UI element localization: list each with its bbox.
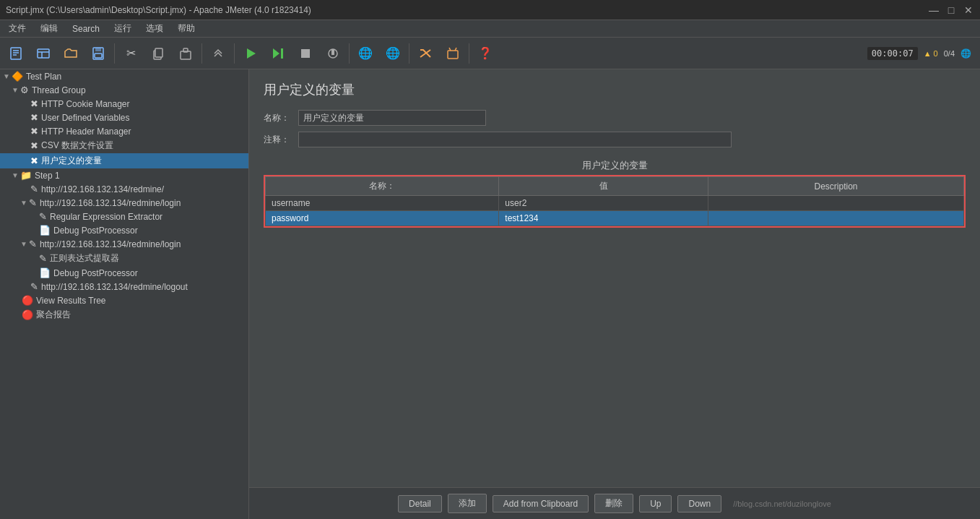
run-nopause-button[interactable]: [265, 40, 291, 67]
comment-input[interactable]: [298, 132, 732, 147]
separator5: [409, 43, 409, 64]
separator2: [201, 43, 202, 64]
tree-item-label: http://192.168.132.134/redmine/login: [40, 198, 181, 208]
menu-item-编辑[interactable]: 编辑: [35, 21, 64, 36]
sidebar-item-test-plan[interactable]: ▼ 🔶 Test Plan: [0, 69, 248, 83]
sidebar-item-step1[interactable]: ▼ 📁 Step 1: [0, 168, 248, 182]
tree-item-icon: ✖: [30, 155, 38, 166]
count-badge: 0/4: [944, 49, 955, 58]
tree-item-label: HTTP Header Manager: [41, 126, 131, 137]
table-row[interactable]: usernameuser2: [266, 196, 964, 211]
comment-row: 注释：: [264, 132, 966, 147]
detail-button[interactable]: Detail: [398, 495, 442, 512]
tree-item-label: 正则表达式提取器: [50, 252, 119, 265]
up-button[interactable]: Up: [639, 495, 672, 512]
cell-value: user2: [499, 196, 708, 211]
tree-toggle[interactable]: ▼: [3, 72, 10, 80]
tree-item-label: http://192.168.132.134/redmine/login: [40, 239, 181, 249]
remote-button[interactable]: 🌐: [352, 40, 378, 67]
sidebar-item-http1[interactable]: ✎ http://192.168.132.134/redmine/: [0, 182, 248, 196]
tree-item-label: http://192.168.132.134/redmine/logout: [41, 282, 188, 292]
copy-button[interactable]: [145, 40, 171, 67]
maximize-button[interactable]: □: [945, 4, 957, 16]
down-button[interactable]: Down: [677, 495, 721, 512]
sidebar-item-http-header-manager[interactable]: ✖ HTTP Header Manager: [0, 124, 248, 138]
sidebar-item-regex-extractor2[interactable]: ✎ 正则表达式提取器: [0, 251, 248, 266]
cell-value: test1234: [499, 211, 708, 226]
cut-button[interactable]: ✂: [118, 40, 144, 67]
warn-badge: ▲ 0: [924, 49, 938, 58]
separator4: [349, 43, 350, 64]
table-row[interactable]: passwordtest1234: [266, 211, 964, 226]
svg-rect-11: [155, 48, 162, 57]
tree-toggle[interactable]: ▼: [20, 199, 27, 207]
sidebar-item-http2[interactable]: ▼ ✎ http://192.168.132.134/redmine/login: [0, 196, 248, 210]
paste-button[interactable]: [173, 40, 199, 67]
cell-name: password: [266, 211, 499, 226]
comment-label: 注释：: [264, 134, 292, 146]
sidebar-item-http-cookie-manager[interactable]: ✖ HTTP Cookie Manager: [0, 97, 248, 111]
menu-item-search[interactable]: Search: [66, 22, 105, 35]
cell-name: username: [266, 196, 499, 211]
name-input[interactable]: [298, 110, 486, 126]
minimize-button[interactable]: —: [928, 4, 940, 16]
titlebar: Script.jmx (C:\Users\admin\Desktop\Scrip…: [0, 0, 980, 20]
name-row: 名称：: [264, 110, 966, 126]
tree-item-icon: ⚙: [20, 85, 29, 95]
separator6: [469, 43, 469, 64]
expand-button[interactable]: [205, 40, 231, 67]
svg-rect-13: [183, 48, 188, 52]
remote2-button[interactable]: 🌐: [380, 40, 406, 67]
new-button[interactable]: [3, 40, 29, 67]
svg-marker-15: [273, 48, 279, 59]
sidebar-item-debug-pp1[interactable]: 📄 Debug PostProcessor: [0, 223, 248, 237]
globe-icon: 🌐: [961, 48, 971, 59]
tree-item-icon: ✖: [30, 98, 38, 109]
menu-item-帮助[interactable]: 帮助: [172, 21, 201, 36]
resize-handle[interactable]: [246, 69, 248, 519]
tree-item-icon: ✎: [30, 184, 38, 194]
sidebar-item-http4[interactable]: ✎ http://192.168.132.134/redmine/logout: [0, 280, 248, 293]
sidebar-item-thread-group[interactable]: ▼ ⚙ Thread Group: [0, 83, 248, 97]
help-button[interactable]: ❓: [472, 40, 498, 67]
sidebar-item-view-results[interactable]: 🔴 View Results Tree: [0, 293, 248, 307]
menubar: 文件编辑Search运行选项帮助: [0, 20, 980, 38]
tree-toggle[interactable]: ▼: [12, 171, 19, 179]
open-button[interactable]: [58, 40, 84, 67]
add-button[interactable]: 添加: [448, 494, 487, 513]
menu-item-运行[interactable]: 运行: [108, 21, 137, 36]
menu-item-文件[interactable]: 文件: [3, 21, 32, 36]
menu-item-选项[interactable]: 选项: [140, 21, 169, 36]
sidebar-item-debug-pp2[interactable]: 📄 Debug PostProcessor: [0, 266, 248, 280]
sidebar-item-csv-data[interactable]: ✖ CSV 数据文件设置: [0, 138, 248, 153]
tree-item-icon: 📄: [39, 225, 51, 236]
svg-rect-19: [331, 49, 334, 55]
save-button[interactable]: [85, 40, 111, 67]
tree-toggle[interactable]: ▼: [12, 86, 19, 94]
clear-button[interactable]: [412, 40, 438, 67]
tree-item-icon: ✎: [29, 197, 37, 208]
sidebar-item-user-defined-variables[interactable]: ✖ User Defined Variables: [0, 111, 248, 124]
shutdown-button[interactable]: [320, 40, 346, 67]
sidebar-item-http3[interactable]: ▼ ✎ http://192.168.132.134/redmine/login: [0, 237, 248, 251]
close-button[interactable]: ✕: [963, 4, 974, 16]
tree-toggle[interactable]: ▼: [20, 240, 27, 248]
stop-button[interactable]: [292, 40, 318, 67]
variable-table-section: 用户定义的变量 名称： 值 Description usernameus: [264, 159, 966, 476]
svg-rect-17: [301, 49, 310, 58]
tree-item-label: Regular Expression Extractor: [50, 212, 162, 222]
svg-rect-4: [38, 49, 49, 58]
sidebar: ▼ 🔶 Test Plan▼ ⚙ Thread Group✖ HTTP Cook…: [0, 69, 249, 519]
sidebar-item-aggregate[interactable]: 🔴 聚合报告: [0, 307, 248, 322]
sidebar-item-user-defined-variables2[interactable]: ✖ 用户定义的变量: [0, 153, 248, 168]
clear-all-button[interactable]: [440, 40, 466, 67]
tree-item-icon: 🔴: [22, 295, 33, 306]
sidebar-item-regex-extractor[interactable]: ✎ Regular Expression Extractor: [0, 210, 248, 223]
templates-button[interactable]: [30, 40, 56, 67]
delete-button[interactable]: 删除: [594, 494, 633, 513]
tree-item-icon: ✎: [39, 253, 47, 264]
run-button[interactable]: [238, 40, 264, 67]
svg-rect-8: [95, 48, 101, 51]
tree-item-label: http://192.168.132.134/redmine/: [41, 184, 164, 194]
add-clipboard-button[interactable]: Add from Clipboard: [493, 495, 589, 512]
